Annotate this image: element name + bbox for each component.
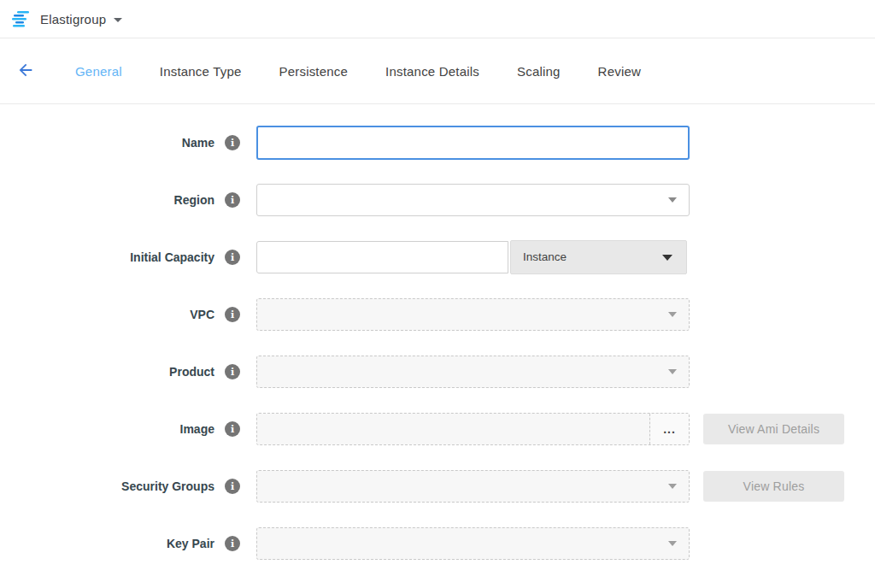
form-row-vpc: VPC i [0, 298, 875, 331]
form-row-security-groups: Security Groups i View Rules [0, 470, 875, 503]
key-pair-select [256, 527, 690, 560]
tab-instance-type[interactable]: Instance Type [160, 64, 242, 79]
info-icon[interactable]: i [225, 536, 240, 551]
vpc-select [256, 298, 690, 331]
product-select [256, 356, 690, 388]
elastigroup-logo-icon [12, 10, 32, 27]
region-select[interactable] [256, 184, 690, 216]
tab-general[interactable]: General [75, 64, 122, 79]
info-icon[interactable]: i [225, 479, 240, 494]
info-icon[interactable]: i [225, 192, 240, 208]
tab-persistence[interactable]: Persistence [279, 64, 349, 79]
form-row-key-pair: Key Pair i [0, 527, 875, 560]
info-icon[interactable]: i [225, 135, 240, 150]
capacity-unit-select[interactable]: Instance [510, 240, 687, 274]
info-icon[interactable]: i [225, 250, 240, 265]
tab-instance-details[interactable]: Instance Details [385, 64, 479, 79]
product-label: Product [169, 365, 214, 379]
view-rules-button[interactable]: View Rules [703, 471, 844, 502]
form-row-initial-capacity: Initial Capacity i Instance [0, 241, 875, 273]
initial-capacity-input[interactable] [256, 241, 508, 273]
key-pair-label: Key Pair [167, 537, 214, 550]
image-label: Image [180, 422, 214, 436]
name-input[interactable] [256, 126, 690, 160]
tab-scaling[interactable]: Scaling [517, 64, 561, 79]
name-label: Name [182, 136, 214, 150]
image-input-value [257, 414, 649, 444]
form-row-region: Region i [0, 184, 875, 216]
capacity-unit-value: Instance [523, 250, 567, 263]
wizard-tabs: General Instance Type Persistence Instan… [75, 64, 641, 79]
security-groups-select [256, 470, 690, 503]
chevron-down-icon [668, 312, 677, 317]
chevron-down-icon [668, 369, 677, 374]
tab-review[interactable]: Review [598, 64, 641, 79]
chevron-down-icon [662, 255, 672, 261]
chevron-down-icon [668, 197, 677, 203]
product-switcher-caret-icon[interactable] [114, 18, 122, 22]
back-arrow-icon [16, 61, 35, 82]
wizard-tab-bar: General Instance Type Persistence Instan… [0, 38, 875, 104]
image-browse-button[interactable]: ... [649, 414, 689, 444]
image-input: ... [256, 413, 690, 445]
form-row-product: Product i [0, 356, 875, 388]
initial-capacity-label: Initial Capacity [130, 250, 214, 264]
form-row-image: Image i ... View Ami Details [0, 413, 875, 445]
general-settings-form: Name i Region i Initial Capacity i Inst [0, 104, 875, 560]
chevron-down-icon [668, 484, 677, 489]
security-groups-label: Security Groups [121, 479, 214, 493]
region-label: Region [174, 193, 214, 207]
view-ami-details-button[interactable]: View Ami Details [703, 414, 844, 444]
chevron-down-icon [668, 541, 677, 546]
form-row-name: Name i [0, 126, 875, 159]
back-button[interactable] [14, 59, 38, 83]
info-icon[interactable]: i [225, 421, 240, 437]
info-icon[interactable]: i [225, 364, 240, 379]
info-icon[interactable]: i [225, 307, 240, 322]
product-switcher-label[interactable]: Elastigroup [40, 12, 106, 26]
topbar: Elastigroup [0, 0, 875, 38]
vpc-label: VPC [190, 308, 214, 321]
